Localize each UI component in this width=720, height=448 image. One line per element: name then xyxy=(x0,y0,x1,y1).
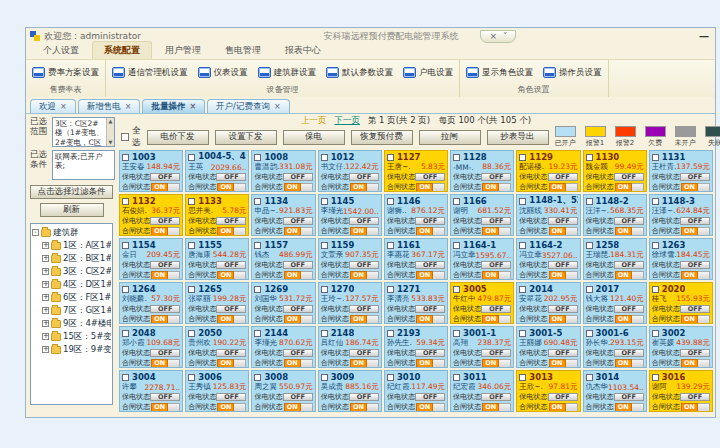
switch-state-toggle[interactable]: ON xyxy=(482,271,511,280)
room-checkbox[interactable] xyxy=(453,374,460,381)
room-card[interactable]: 3004许攀2278.71..保电状态OFF合闸状态ON xyxy=(119,370,183,412)
doc-tab-欢迎[interactable]: 欢迎× xyxy=(30,99,76,113)
power-protect-toggle[interactable]: OFF xyxy=(680,217,710,225)
tab-close-icon[interactable]: × xyxy=(125,102,132,111)
room-card[interactable]: 3002崔英媛439.88元保电状态OFF合闸状态ON xyxy=(649,326,713,368)
room-card[interactable]: 3006王秀镇125.83元保电状态OFF合闸状态ON xyxy=(185,370,249,412)
room-card[interactable]: 3009吴成贵885.16元保电状态OFF合闸状态ON xyxy=(318,370,382,412)
select-all[interactable]: 全选 xyxy=(121,125,141,149)
room-checkbox[interactable] xyxy=(586,242,593,249)
room-checkbox[interactable] xyxy=(321,286,328,293)
switch-state-toggle[interactable]: ON xyxy=(615,403,644,412)
power-protect-toggle[interactable]: OFF xyxy=(614,261,644,269)
room-card[interactable]: 1154金日209.45元保电状态OFF合闸状态ON xyxy=(119,238,183,280)
room-checkbox[interactable] xyxy=(254,330,261,337)
prev-page-link[interactable]: 上一页 xyxy=(301,115,327,127)
switch-state-toggle[interactable]: ON xyxy=(549,315,578,324)
room-checkbox[interactable] xyxy=(321,242,328,249)
switch-state-toggle[interactable]: ON xyxy=(284,359,313,368)
doc-tab-开户/记费查询[interactable]: 开户/记费查询× xyxy=(207,99,290,113)
power-protect-toggle[interactable]: OFF xyxy=(150,305,180,313)
room-card[interactable]: 1161李惠花367.17元保电状态OFF合闸状态ON xyxy=(384,238,448,280)
power-protect-toggle[interactable]: OFF xyxy=(349,349,379,357)
switch-state-toggle[interactable]: ON xyxy=(615,227,644,236)
switch-state-toggle[interactable]: ON xyxy=(217,183,246,192)
switch-state-toggle[interactable]: ON xyxy=(284,271,313,280)
tree-item[interactable]: +4区：D区1#井（D区1… xyxy=(32,278,111,291)
condition-textarea[interactable]: 联网表;已开户表; xyxy=(52,150,115,180)
room-card[interactable]: 1145李瑾光.1542.00..保电状态OFF合闸状态ON xyxy=(318,194,382,236)
switch-state-toggle[interactable]: ON xyxy=(350,315,379,324)
toolbar-button-恢复预付费[interactable]: 恢复预付费 xyxy=(351,130,413,145)
room-checkbox[interactable] xyxy=(519,198,526,205)
power-protect-toggle[interactable]: OFF xyxy=(548,393,578,401)
room-card[interactable]: 1157钱杰486.99元保电状态OFF合闸状态ON xyxy=(251,238,315,280)
room-card[interactable]: 1127王唐~.5.83元保电状态OFF合闸状态ON xyxy=(384,150,448,192)
switch-state-toggle[interactable]: ON xyxy=(681,227,710,236)
room-checkbox[interactable] xyxy=(321,374,328,381)
room-checkbox[interactable] xyxy=(453,286,460,293)
room-checkbox[interactable] xyxy=(453,154,460,161)
expand-icon[interactable]: + xyxy=(42,346,49,353)
switch-state-toggle[interactable]: ON xyxy=(350,271,379,280)
room-card[interactable]: 1004-5、40—王英2029.66..保电状态OFF合闸状态ON xyxy=(185,150,249,192)
power-protect-toggle[interactable]: OFF xyxy=(283,393,313,401)
ribbon-tab-系统配置[interactable]: 系统配置 xyxy=(92,41,152,59)
toolbar-button-保电[interactable]: 保电 xyxy=(283,130,345,145)
room-checkbox[interactable] xyxy=(122,286,129,293)
room-card[interactable]: 1146谢狮..876.12元保电状态OFF合闸状态ON xyxy=(384,194,448,236)
room-card[interactable]: 2148吕红仙186.74元保电状态OFF合闸状态ON xyxy=(318,326,382,368)
toolbar-button-抄表导出[interactable]: 抄表导出 xyxy=(487,130,549,145)
power-protect-toggle[interactable]: OFF xyxy=(216,349,246,357)
expand-icon[interactable]: + xyxy=(42,268,49,275)
room-checkbox[interactable] xyxy=(453,198,460,205)
room-checkbox[interactable] xyxy=(586,154,593,161)
next-page-link[interactable]: 下一页 xyxy=(334,115,360,127)
room-checkbox[interactable] xyxy=(586,286,593,293)
room-card[interactable]: 3011纪宏霞346.06元保电状态OFF合闸状态ON xyxy=(450,370,514,412)
room-checkbox[interactable] xyxy=(387,198,394,205)
power-protect-toggle[interactable]: OFF xyxy=(680,173,710,181)
close-icon[interactable]: × xyxy=(489,31,497,41)
power-protect-toggle[interactable]: OFF xyxy=(415,261,445,269)
switch-state-toggle[interactable]: ON xyxy=(151,271,180,280)
power-protect-toggle[interactable]: OFF xyxy=(680,305,710,313)
power-protect-toggle[interactable]: OFF xyxy=(283,349,313,357)
ribbon-button-仪表设置[interactable]: 仪表设置 xyxy=(198,67,248,79)
range-textarea[interactable]: 3区：C区2#楼（1#变电、2#变电，C区1#… ▲▼ xyxy=(52,117,115,147)
room-checkbox[interactable] xyxy=(254,374,261,381)
ribbon-button-默认参数设置[interactable]: 默认参数设置 xyxy=(326,67,393,79)
power-protect-toggle[interactable]: OFF xyxy=(614,217,644,225)
minimize-icon[interactable]: — xyxy=(699,31,709,42)
ribbon-button-建筑群设置[interactable]: 建筑群设置 xyxy=(258,67,317,79)
power-protect-toggle[interactable]: OFF xyxy=(548,217,578,225)
select-all-checkbox[interactable] xyxy=(121,133,129,141)
room-card[interactable]: 3005牛红中479.87元保电状态OFF合闸状态ON xyxy=(450,282,514,324)
room-card[interactable]: 1012书文仔.122.42元保电状态OFF合闸状态ON xyxy=(318,150,382,192)
power-protect-toggle[interactable]: OFF xyxy=(680,393,710,401)
power-protect-toggle[interactable]: OFF xyxy=(481,217,511,225)
room-card[interactable]: 1264刘晓麟.57.30元保电状态OFF合闸状态ON xyxy=(119,282,183,324)
room-card[interactable]: 1164-1冯立幸.1595.67..保电状态OFF合闸状态ON xyxy=(450,238,514,280)
doc-tab-批量操作[interactable]: 批量操作× xyxy=(142,99,205,113)
power-protect-toggle[interactable]: OFF xyxy=(283,217,313,225)
room-checkbox[interactable] xyxy=(254,198,261,205)
room-card[interactable]: 1008曹温韵.331.08元保电状态OFF合闸状态ON xyxy=(251,150,315,192)
power-protect-toggle[interactable]: OFF xyxy=(415,217,445,225)
power-protect-toggle[interactable]: OFF xyxy=(548,305,578,313)
toolbar-button-设置下发[interactable]: 设置下发 xyxy=(215,130,277,145)
room-card[interactable]: 1159文萱亲907.35元保电状态OFF合闸状态ON xyxy=(318,238,382,280)
room-checkbox[interactable] xyxy=(188,242,195,249)
room-checkbox[interactable] xyxy=(387,154,394,161)
tab-close-icon[interactable]: × xyxy=(189,102,196,111)
power-protect-toggle[interactable]: OFF xyxy=(349,393,379,401)
room-checkbox[interactable] xyxy=(188,154,195,161)
toolbar-button-拉闸[interactable]: 拉闸 xyxy=(419,130,481,145)
power-protect-toggle[interactable]: OFF xyxy=(415,349,445,357)
switch-state-toggle[interactable]: ON xyxy=(482,227,511,236)
switch-state-toggle[interactable]: ON xyxy=(681,403,710,412)
room-card[interactable]: 1258王瑞琵.184.31元保电状态OFF合闸状态ON xyxy=(583,238,647,280)
power-protect-toggle[interactable]: OFF xyxy=(150,173,180,181)
switch-state-toggle[interactable]: ON xyxy=(681,183,710,192)
expand-icon[interactable]: + xyxy=(42,320,49,327)
